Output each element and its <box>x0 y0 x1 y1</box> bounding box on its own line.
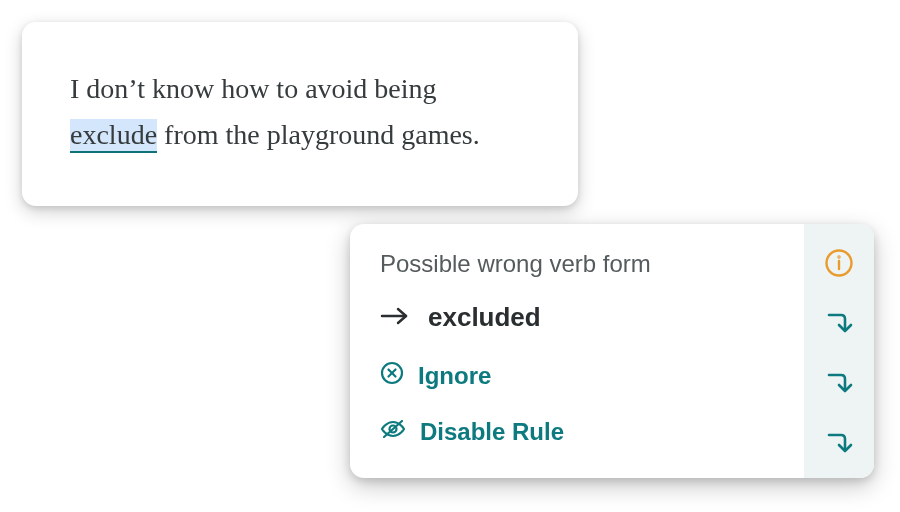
disable-rule-button[interactable]: Disable Rule <box>380 413 786 451</box>
insert-below-icon-1[interactable] <box>822 306 856 340</box>
svg-point-8 <box>839 257 840 258</box>
correction-text: excluded <box>428 302 541 333</box>
insert-below-icon-3[interactable] <box>822 426 856 460</box>
insert-below-icon-2[interactable] <box>822 366 856 400</box>
arrow-right-icon <box>380 302 410 333</box>
disable-rule-label: Disable Rule <box>420 418 564 446</box>
apply-correction-button[interactable]: excluded <box>380 296 786 339</box>
suggestion-main: Possible wrong verb form excluded <box>350 224 804 478</box>
ignore-label: Ignore <box>418 362 491 390</box>
editor-card: I don’t know how to avoid being exclude … <box>22 22 578 206</box>
editor-text-after: from the playground games. <box>164 119 480 150</box>
close-circle-icon <box>380 361 404 391</box>
editor-text-before: I don’t know how to avoid being <box>70 73 437 104</box>
suggestion-sidebar <box>804 224 874 478</box>
ignore-button[interactable]: Ignore <box>380 357 786 395</box>
suggestion-title: Possible wrong verb form <box>380 250 786 278</box>
info-icon[interactable] <box>822 246 856 280</box>
eye-off-icon <box>380 417 406 447</box>
suggestion-popup: Possible wrong verb form excluded <box>350 224 874 478</box>
highlighted-word[interactable]: exclude <box>70 119 157 153</box>
